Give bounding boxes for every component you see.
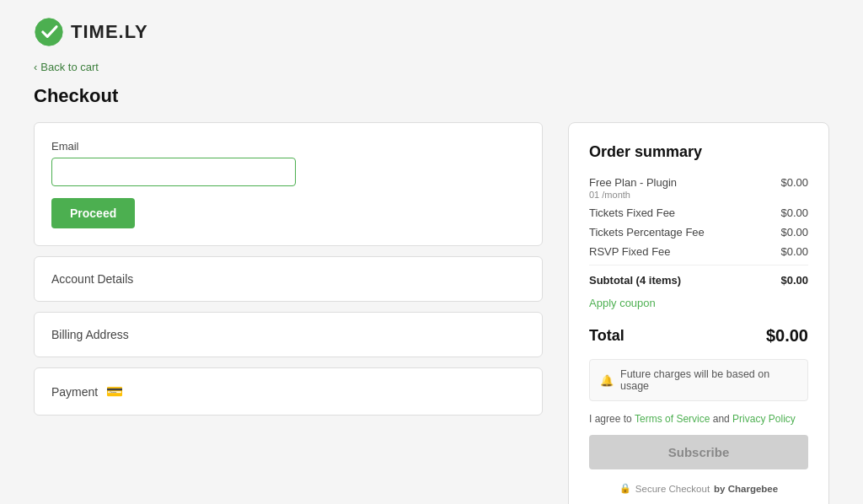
apply-coupon-link[interactable]: Apply coupon [589, 297, 656, 309]
subscribe-button[interactable]: Subscribe [589, 435, 808, 469]
order-line-sub-0: 01 /month [589, 190, 677, 200]
billing-address-label: Billing Address [51, 328, 129, 341]
order-line-price-1: $0.00 [780, 206, 808, 219]
order-line-item-0: Free Plan - Plugin 01 /month $0.00 [589, 176, 808, 200]
bell-icon: 🔔 [600, 374, 614, 387]
total-line: Total $0.00 [589, 321, 808, 346]
order-line-item-1: Tickets Fixed Fee $0.00 [589, 206, 808, 219]
email-input[interactable] [51, 158, 296, 186]
billing-address-section[interactable]: Billing Address [34, 312, 543, 357]
agree-text-before: I agree to [589, 413, 635, 425]
subtotal-label: Subtotal (4 items) [589, 274, 681, 287]
order-line-item-3: RSVP Fixed Fee $0.00 [589, 245, 808, 258]
svg-point-0 [35, 19, 62, 46]
future-charges-box: 🔔 Future charges will be based on usage [589, 359, 808, 401]
order-summary-title: Order summary [589, 143, 808, 161]
secure-checkout: 🔒 Secure Checkout by Chargebee [589, 483, 808, 494]
lock-icon: 🔒 [619, 483, 631, 494]
credit-card-icon: 💳 [106, 383, 123, 399]
account-details-label: Account Details [51, 272, 133, 286]
back-arrow-icon: ‹ [34, 61, 37, 73]
terms-of-service-link[interactable]: Terms of Service [635, 413, 710, 425]
agree-text: I agree to Terms of Service and Privacy … [589, 413, 808, 425]
payment-label: Payment [51, 385, 98, 399]
email-label: Email [51, 140, 525, 153]
account-details-section[interactable]: Account Details [34, 256, 543, 302]
order-line-name-1: Tickets Fixed Fee [589, 206, 675, 219]
email-section: Email Proceed [34, 122, 543, 246]
main-content: Email Proceed Account Details Billing Ad… [34, 122, 829, 504]
order-line-price-3: $0.00 [780, 245, 808, 258]
order-line-name-2: Tickets Percentage Fee [589, 226, 705, 239]
chargebee-brand: by Chargebee [714, 484, 778, 494]
subtotal-price: $0.00 [780, 274, 808, 287]
order-line-item-2: Tickets Percentage Fee $0.00 [589, 226, 808, 239]
back-to-cart-link[interactable]: ‹ Back to cart [34, 61, 829, 73]
logo-icon [34, 17, 64, 47]
order-summary-panel: Order summary Free Plan - Plugin 01 /mon… [568, 122, 829, 504]
order-line-price-0: $0.00 [780, 176, 808, 189]
agree-text-and: and [710, 413, 732, 425]
secure-checkout-text: Secure Checkout [635, 484, 710, 494]
privacy-policy-link[interactable]: Privacy Policy [732, 413, 796, 425]
future-charges-text: Future charges will be based on usage [620, 368, 797, 392]
order-line-price-2: $0.00 [780, 226, 808, 239]
payment-section[interactable]: Payment 💳 [34, 367, 543, 416]
order-line-name-0: Free Plan - Plugin [589, 176, 677, 189]
total-price: $0.00 [766, 326, 808, 346]
left-panel: Email Proceed Account Details Billing Ad… [34, 122, 543, 416]
back-link-label: Back to cart [40, 61, 99, 73]
order-line-name-3: RSVP Fixed Fee [589, 245, 671, 258]
subtotal-line: Subtotal (4 items) $0.00 [589, 265, 808, 287]
order-line-items: Free Plan - Plugin 01 /month $0.00 Ticke… [589, 176, 808, 258]
logo-area: TIME.LY [34, 17, 829, 47]
proceed-button[interactable]: Proceed [51, 198, 135, 228]
page-title: Checkout [34, 85, 829, 107]
logo-text: TIME.LY [71, 21, 148, 43]
total-label: Total [589, 327, 624, 345]
